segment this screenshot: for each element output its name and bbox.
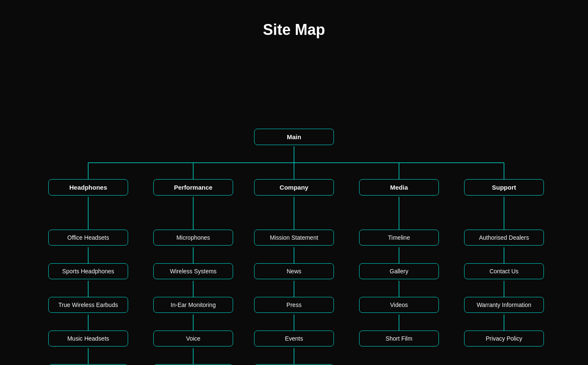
- node-timeline[interactable]: Timeline: [359, 230, 439, 246]
- node-news[interactable]: News: [254, 263, 334, 279]
- node-music-headsets[interactable]: Music Headsets: [48, 331, 128, 346]
- node-short-film[interactable]: Short Film: [359, 331, 439, 346]
- node-wireless-systems[interactable]: Wireless Systems: [153, 263, 233, 279]
- node-mission-statement[interactable]: Mission Statement: [254, 230, 334, 246]
- node-voice[interactable]: Voice: [153, 331, 233, 346]
- connector-lines: [17, 56, 571, 365]
- node-in-ear-monitoring[interactable]: In-Ear Monitoring: [153, 297, 233, 313]
- node-sports-headphones[interactable]: Sports Headphones: [48, 263, 128, 279]
- node-office-headsets[interactable]: Office Headsets: [48, 230, 128, 246]
- node-press[interactable]: Press: [254, 297, 334, 313]
- node-headphones[interactable]: Headphones: [48, 179, 128, 196]
- node-performance[interactable]: Performance: [153, 179, 233, 196]
- node-true-wireless-earbuds[interactable]: True Wireless Earbuds: [48, 297, 128, 313]
- page-container: Site Map MainHeadphonesOffice HeadsetsSp…: [0, 0, 588, 365]
- node-main[interactable]: Main: [254, 129, 334, 145]
- node-contact-us[interactable]: Contact Us: [464, 263, 544, 279]
- node-support[interactable]: Support: [464, 179, 544, 196]
- node-media[interactable]: Media: [359, 179, 439, 196]
- node-events[interactable]: Events: [254, 331, 334, 346]
- node-microphones[interactable]: Microphones: [153, 230, 233, 246]
- node-company[interactable]: Company: [254, 179, 334, 196]
- node-authorised-dealers[interactable]: Authorised Dealers: [464, 230, 544, 246]
- node-warranty-information[interactable]: Warranty Information: [464, 297, 544, 313]
- sitemap-diagram: MainHeadphonesOffice HeadsetsSports Head…: [17, 56, 571, 365]
- node-privacy-policy[interactable]: Privacy Policy: [464, 331, 544, 346]
- node-videos[interactable]: Videos: [359, 297, 439, 313]
- page-title: Site Map: [0, 0, 588, 56]
- node-gallery[interactable]: Gallery: [359, 263, 439, 279]
